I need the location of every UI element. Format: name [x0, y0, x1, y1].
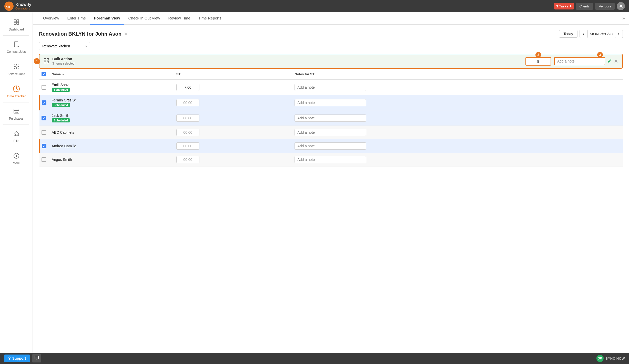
worker-checkbox-emili-sanz[interactable]: [42, 85, 46, 90]
sidebar-item-more[interactable]: More: [0, 148, 33, 168]
bulk-note-input[interactable]: [554, 57, 605, 65]
worker-checkbox-fermin-ortiz[interactable]: [42, 100, 46, 105]
tab-foreman-view[interactable]: Foreman View: [90, 12, 124, 25]
note-input-jack-smith[interactable]: [295, 115, 366, 122]
note-cell: [292, 139, 623, 153]
note-input-abc-cabinets[interactable]: [295, 129, 366, 136]
sidebar-label-service-jobs: Service Jobs: [7, 72, 25, 76]
row-checkbox-cell: [39, 80, 50, 95]
sync-now-button[interactable]: SYNC NOW: [606, 357, 625, 360]
next-date-button[interactable]: ›: [615, 30, 623, 38]
sidebar-item-contract-jobs[interactable]: Contract Jobs: [0, 37, 33, 57]
worker-name-cell: Angus Smith: [50, 153, 174, 167]
support-icon: ?: [8, 356, 11, 361]
support-button[interactable]: ? Support: [4, 355, 30, 362]
today-button[interactable]: Today: [559, 30, 577, 38]
scheduled-badge: Scheduled: [52, 103, 70, 107]
note-input-andrea-camille[interactable]: [295, 142, 366, 150]
time-tracker-icon: [12, 84, 21, 93]
worker-name-cell: Fermin Ortiz Sr Scheduled: [50, 95, 174, 110]
bulk-action-count: 3 items selected: [52, 62, 75, 65]
tasks-count: 3: [556, 4, 558, 8]
time-input-emili-sanz[interactable]: [176, 84, 199, 91]
prev-date-button[interactable]: ‹: [580, 30, 588, 38]
page-title: Renovation BKLYN for John Ason: [39, 31, 121, 37]
top-nav: kn Knowify Contractors 3 Tasks + Clients…: [0, 0, 629, 12]
bulk-time-input[interactable]: [525, 57, 551, 66]
tab-collapse-button[interactable]: »: [622, 16, 625, 21]
svg-text:kn: kn: [5, 4, 10, 9]
nav-right: 3 Tasks + Clients Vendors: [554, 2, 625, 10]
note-input-fermin-ortiz[interactable]: [295, 99, 366, 106]
bulk-action-title: Bulk Action: [52, 57, 75, 61]
note-input-angus-smith[interactable]: [295, 156, 366, 163]
clients-button[interactable]: Clients: [576, 3, 593, 10]
badge-3-container: 3 ✔ ✕: [554, 57, 618, 65]
svg-rect-28: [47, 58, 49, 60]
col-notes-header: Notes for ST: [292, 69, 623, 80]
contract-jobs-icon: [12, 40, 21, 49]
row-checkbox-cell: [39, 139, 50, 153]
svg-point-18: [13, 89, 14, 89]
tab-time-reports[interactable]: Time Reports: [194, 12, 225, 25]
sidebar-item-bills[interactable]: Bills: [0, 126, 33, 146]
sort-icon: ▲: [62, 72, 65, 76]
col-name-header[interactable]: Name ▲: [50, 69, 174, 80]
logo-text: Knowify Contractors: [15, 2, 31, 10]
sidebar-item-time-tracker[interactable]: Time Tracker: [0, 81, 33, 101]
sidebar-label-dashboard: Dashboard: [9, 28, 24, 31]
worker-checkbox-jack-smith[interactable]: [42, 116, 46, 120]
sidebar-label-purchases: Purchases: [9, 117, 24, 120]
support-label: Support: [12, 356, 26, 360]
checkmark-icon: [43, 102, 45, 104]
scheduled-badge: Scheduled: [52, 118, 70, 122]
purchases-icon: PO: [12, 107, 21, 116]
row-checkbox-cell: [39, 110, 50, 126]
workers-table-wrapper: Name ▲ ST Notes for ST: [39, 69, 623, 167]
tasks-badge[interactable]: 3 Tasks +: [554, 3, 574, 9]
time-input-jack-smith[interactable]: [176, 115, 199, 122]
vendors-button[interactable]: Vendors: [595, 3, 615, 10]
bulk-cancel-button[interactable]: ✕: [614, 58, 618, 64]
bulk-confirm-button[interactable]: ✔: [607, 58, 612, 65]
tab-bar: Overview Enter Time Foreman View Check I…: [33, 12, 629, 25]
select-all-checkbox[interactable]: [42, 72, 46, 76]
sidebar-item-dashboard[interactable]: Dashboard: [0, 14, 33, 34]
time-input-abc-cabinets[interactable]: [176, 129, 199, 136]
tab-overview[interactable]: Overview: [39, 12, 63, 25]
worker-checkbox-abc-cabinets[interactable]: [42, 130, 46, 135]
sidebar-item-purchases[interactable]: PO Purchases: [0, 103, 33, 123]
footer-icon-button[interactable]: [32, 354, 41, 362]
worker-name: Jack Smith: [52, 113, 172, 118]
page-header: Renovation BKLYN for John Ason ✕ Today ‹…: [39, 30, 623, 38]
checkmark-icon: [43, 145, 45, 147]
tab-review-time[interactable]: Review Time: [164, 12, 194, 25]
bulk-action-container: 1 Bulk Action 3 items selected: [39, 54, 623, 69]
avatar[interactable]: [617, 2, 625, 10]
time-input-fermin-ortiz[interactable]: [176, 99, 199, 106]
time-input-angus-smith[interactable]: [176, 156, 199, 163]
note-input-emili-sanz[interactable]: [295, 84, 366, 91]
table-row: Emili Sanz Scheduled: [39, 80, 623, 95]
svg-rect-5: [14, 22, 16, 24]
tasks-label: Tasks: [559, 4, 568, 8]
col-st-header: ST: [174, 69, 292, 80]
svg-text:PO: PO: [15, 111, 18, 114]
time-cell: [174, 95, 292, 110]
phase-dropdown[interactable]: Renovate kitchen Phase 2 Phase 3: [39, 42, 90, 50]
date-nav: Today ‹ MON 7/20/20 ›: [559, 30, 623, 38]
tab-check-in-out[interactable]: Check In Out View: [124, 12, 164, 25]
tasks-plus-icon[interactable]: +: [569, 4, 572, 8]
time-input-andrea-camille[interactable]: [176, 142, 199, 150]
tab-enter-time[interactable]: Enter Time: [63, 12, 90, 25]
note-cell: [292, 80, 623, 95]
row-checkbox-cell: [39, 153, 50, 167]
worker-name: Angus Smith: [52, 158, 172, 162]
callout-badge-1: 1: [34, 58, 40, 64]
worker-checkbox-andrea-camille[interactable]: [42, 144, 46, 148]
worker-checkbox-angus-smith[interactable]: [42, 157, 46, 162]
time-cell: [174, 110, 292, 126]
close-job-button[interactable]: ✕: [124, 31, 128, 37]
table-row: Andrea Camille: [39, 139, 623, 153]
sidebar-item-service-jobs[interactable]: Service Jobs: [0, 59, 33, 79]
